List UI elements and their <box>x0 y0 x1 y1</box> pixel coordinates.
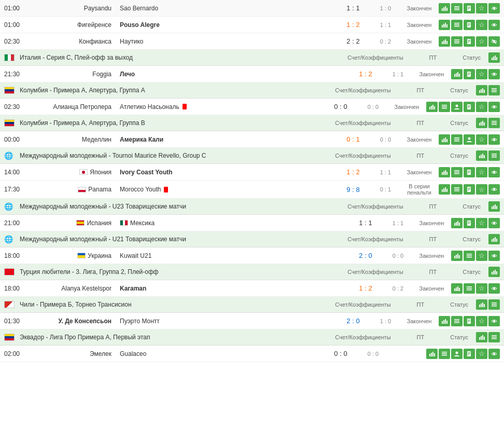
eye-button[interactable] <box>488 184 500 195</box>
star-button[interactable]: ☆ <box>476 102 487 112</box>
match-ht-score: 0 : 2 <box>384 285 412 292</box>
doc-button[interactable] <box>464 69 475 79</box>
svg-rect-42 <box>456 73 457 77</box>
chart-button[interactable] <box>439 36 450 47</box>
eye-button[interactable] <box>488 167 500 177</box>
star-button[interactable]: ☆ <box>476 69 487 79</box>
svg-rect-50 <box>479 90 480 93</box>
eye-button[interactable] <box>488 134 500 145</box>
match-status: Закончен <box>400 318 439 324</box>
league-row: Колумбия - Примера А, Апертура, Группа B… <box>0 115 504 131</box>
list-button[interactable] <box>488 150 500 161</box>
eye-button[interactable] <box>488 349 500 359</box>
doc-button[interactable] <box>464 167 475 177</box>
chart-button[interactable] <box>488 201 500 212</box>
eye-button[interactable] <box>488 218 500 228</box>
star-button[interactable]: ☆ <box>476 3 487 13</box>
list-button[interactable] <box>488 85 500 95</box>
doc-button[interactable] <box>464 349 475 359</box>
chart-button[interactable] <box>488 234 500 244</box>
svg-rect-26 <box>445 39 446 44</box>
doc-button[interactable] <box>464 218 475 228</box>
svg-rect-175 <box>482 335 483 340</box>
chart-button[interactable] <box>426 102 438 112</box>
home-team: Алианца Петролера <box>27 103 116 111</box>
svg-rect-170 <box>468 321 470 321</box>
svg-rect-77 <box>442 140 443 142</box>
star-button[interactable]: ☆ <box>476 167 487 177</box>
chart-button[interactable] <box>476 118 487 128</box>
match-time: 01:00 <box>4 5 27 12</box>
chart-button[interactable] <box>439 316 450 326</box>
eye-button[interactable] <box>488 69 500 79</box>
doc-button[interactable] <box>464 316 475 326</box>
list-button[interactable] <box>464 251 475 261</box>
eye-button[interactable] <box>488 3 500 13</box>
doc-button[interactable] <box>464 102 475 112</box>
person-button[interactable] <box>451 102 463 112</box>
svg-rect-41 <box>454 74 455 77</box>
match-score: 1 : 2 <box>347 70 384 78</box>
chart-button[interactable] <box>439 167 450 177</box>
league-meta: Счет/КоэффициентыПТСтатус <box>335 87 468 93</box>
match-row: 01:00ФигейренсеPouso Alegre1 : 21 : 1Зак… <box>0 17 504 33</box>
away-team: Kuwait U21 <box>116 252 209 259</box>
list-button[interactable] <box>451 184 463 195</box>
doc-button[interactable] <box>464 20 475 30</box>
chart-button[interactable] <box>451 283 463 294</box>
chart-button[interactable] <box>451 69 463 79</box>
star-button[interactable]: ☆ <box>476 349 487 359</box>
chart-button[interactable] <box>439 3 450 13</box>
doc-button[interactable] <box>464 36 475 47</box>
list-button[interactable] <box>451 20 463 30</box>
list-button[interactable] <box>488 299 500 310</box>
list-button[interactable] <box>451 134 463 145</box>
svg-rect-71 <box>481 122 482 126</box>
list-button[interactable] <box>451 167 463 177</box>
list-button[interactable] <box>451 316 463 326</box>
star-button[interactable]: ☆ <box>476 20 487 30</box>
chart-button[interactable] <box>439 184 450 195</box>
eye-button[interactable] <box>488 316 500 326</box>
person-button[interactable] <box>464 134 475 145</box>
eye-button[interactable] <box>488 283 500 294</box>
eye-off-button[interactable] <box>488 36 500 47</box>
star-button[interactable]: ☆ <box>476 316 487 326</box>
list-button[interactable] <box>488 332 500 342</box>
list-button[interactable] <box>488 118 500 128</box>
chart-button[interactable] <box>476 299 487 310</box>
chart-button[interactable] <box>488 52 500 63</box>
person-button[interactable] <box>451 349 463 359</box>
eye-button[interactable] <box>488 20 500 30</box>
chart-button[interactable] <box>476 85 487 95</box>
star-button[interactable]: ☆ <box>476 251 487 261</box>
star-button[interactable]: ☆ <box>476 36 487 47</box>
svg-rect-3 <box>446 8 447 11</box>
chart-button[interactable] <box>451 218 463 228</box>
doc-button[interactable] <box>464 184 475 195</box>
list-button[interactable] <box>439 102 450 112</box>
svg-rect-150 <box>467 286 472 287</box>
list-button[interactable] <box>439 349 450 359</box>
chart-button[interactable] <box>439 134 450 145</box>
eye-button[interactable] <box>488 251 500 261</box>
star-button[interactable]: ☆ <box>476 134 487 145</box>
match-status: Закончен <box>400 169 439 175</box>
chart-button[interactable] <box>426 349 438 359</box>
list-button[interactable] <box>451 36 463 47</box>
star-button[interactable]: ☆ <box>476 283 487 294</box>
chart-button[interactable] <box>488 267 500 277</box>
list-button[interactable] <box>451 3 463 13</box>
doc-button[interactable] <box>464 3 475 13</box>
star-button[interactable]: ☆ <box>476 184 487 195</box>
svg-rect-38 <box>493 57 494 60</box>
eye-button[interactable] <box>488 102 500 112</box>
chart-button[interactable] <box>476 332 487 342</box>
chart-button[interactable] <box>476 150 487 161</box>
star-button[interactable]: ☆ <box>476 218 487 228</box>
list-button[interactable] <box>464 283 475 294</box>
chart-button[interactable] <box>451 251 463 261</box>
chart-button[interactable] <box>439 20 450 30</box>
svg-rect-9 <box>468 8 470 8</box>
match-actions: ☆ <box>451 218 500 228</box>
